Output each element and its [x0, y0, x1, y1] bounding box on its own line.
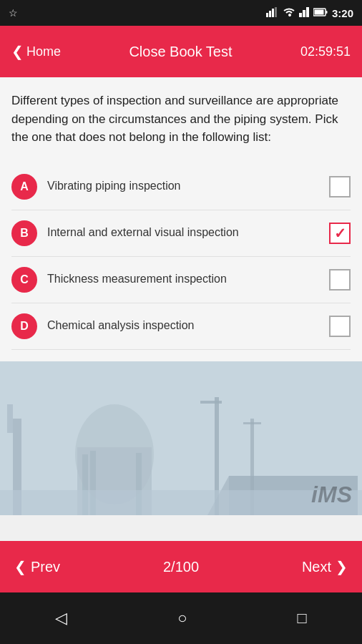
- next-label: Next: [302, 559, 331, 575]
- footer: Prev 2/100 Next: [0, 541, 362, 592]
- next-button[interactable]: Next: [302, 558, 348, 575]
- option-text-d: Chemical analysis inspection: [47, 318, 329, 333]
- svg-marker-4: [299, 13, 302, 17]
- svg-marker-6: [306, 7, 309, 17]
- option-letter-a: A: [11, 174, 37, 200]
- wifi-icon: [283, 8, 295, 19]
- svg-rect-25: [0, 490, 362, 515]
- background-image: iMS: [0, 361, 362, 515]
- option-checkbox-b[interactable]: [329, 223, 351, 244]
- prev-label: Prev: [31, 559, 60, 575]
- svg-rect-1: [269, 11, 271, 17]
- option-item-c[interactable]: C Thickness measurement inspection: [11, 257, 351, 303]
- recents-nav-icon[interactable]: □: [298, 609, 307, 628]
- option-text-c: Thickness measurement inspection: [47, 271, 329, 287]
- nav-bar: ◁ ○ □: [0, 592, 362, 644]
- content-area: Different types of inspection and survei…: [0, 77, 362, 361]
- prev-arrow-icon: [14, 558, 26, 575]
- next-arrow-icon: [336, 558, 348, 575]
- header-title: Close Book Test: [61, 44, 300, 60]
- back-nav-icon[interactable]: ◁: [55, 609, 67, 628]
- status-time: 3:20: [332, 7, 353, 19]
- option-item-b[interactable]: B Internal and external visual inspectio…: [11, 210, 351, 257]
- question-text: Different types of inspection and survei…: [11, 92, 351, 147]
- svg-rect-3: [275, 7, 277, 17]
- signal-bars-icon: [299, 7, 309, 19]
- option-checkbox-a[interactable]: [329, 176, 351, 197]
- svg-rect-0: [266, 13, 268, 17]
- header-timer: 02:59:51: [300, 44, 351, 59]
- page-indicator: 2/100: [163, 559, 199, 575]
- option-checkbox-d[interactable]: [329, 316, 351, 337]
- svg-rect-8: [326, 11, 327, 14]
- option-letter-b: B: [11, 220, 37, 246]
- svg-rect-9: [314, 9, 323, 14]
- option-item-a[interactable]: A Vibrating piping inspection: [11, 164, 351, 210]
- back-arrow-icon: ❮: [11, 43, 24, 60]
- option-text-b: Internal and external visual inspection: [47, 225, 329, 240]
- option-text-a: Vibrating piping inspection: [47, 178, 329, 194]
- options-list: A Vibrating piping inspection B Internal…: [11, 164, 351, 350]
- watermark: iMS: [311, 482, 352, 508]
- svg-rect-2: [272, 9, 274, 17]
- header: ❮ Home Close Book Test 02:59:51: [0, 26, 362, 77]
- status-bar: ☆: [0, 0, 362, 26]
- android-icon: ☆: [9, 7, 18, 19]
- battery-icon: [313, 8, 328, 19]
- option-letter-d: D: [11, 313, 37, 339]
- option-checkbox-c[interactable]: [329, 269, 351, 291]
- home-nav-icon[interactable]: ○: [177, 609, 187, 628]
- option-letter-c: C: [11, 267, 37, 293]
- option-item-d[interactable]: D Chemical analysis inspection: [11, 303, 351, 350]
- svg-marker-5: [303, 10, 305, 17]
- prev-button[interactable]: Prev: [14, 558, 60, 575]
- home-label: Home: [26, 44, 61, 59]
- signal-icon: [266, 7, 279, 19]
- home-button[interactable]: ❮ Home: [11, 43, 61, 60]
